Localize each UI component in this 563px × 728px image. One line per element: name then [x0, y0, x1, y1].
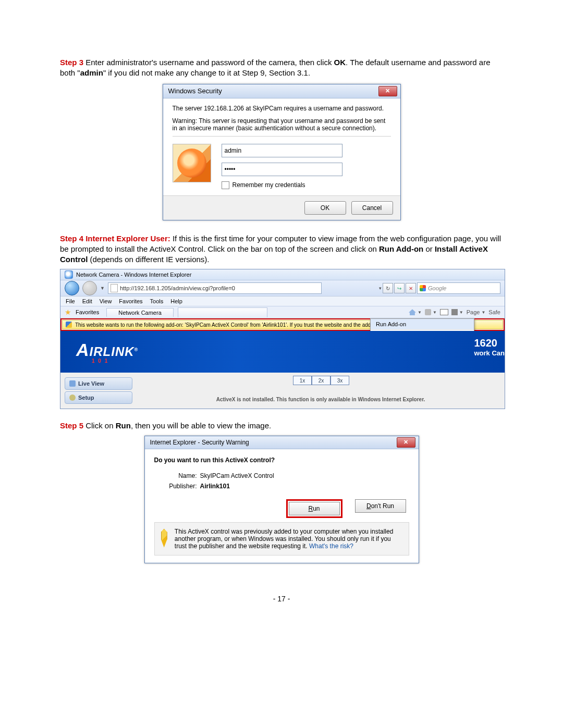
address-bar[interactable]: http://192.168.1.205/admin/view.cgi?prof… — [108, 282, 322, 294]
browser-tab[interactable]: Network Camera — [106, 308, 174, 317]
forward-button[interactable] — [82, 281, 97, 295]
cancel-button[interactable]: Cancel — [351, 201, 393, 215]
ie-icon — [110, 310, 116, 316]
dialog-title: Windows Security — [168, 87, 222, 95]
whats-the-risk-link[interactable]: What's the risk? — [309, 542, 353, 550]
print-icon[interactable] — [451, 309, 458, 315]
dialog-message2: Warning: This server is requesting that … — [173, 117, 391, 132]
back-button[interactable] — [65, 281, 79, 295]
new-tab[interactable] — [178, 307, 267, 317]
google-icon — [420, 285, 426, 291]
command-bar[interactable]: ▼ ▼ ▼ Page▼ Safe — [409, 309, 500, 315]
dont-run-button[interactable]: Don't Run — [355, 499, 406, 513]
home-icon[interactable] — [409, 309, 416, 315]
nav-setup[interactable]: Setup — [65, 391, 132, 404]
brand-banner: AIRLINK® 1 0 1 1620 work Can — [60, 331, 505, 373]
ie-window: Network Camera - Windows Internet Explor… — [60, 269, 505, 409]
page-icon — [111, 284, 118, 292]
airlink-logo: AIRLINK® 1 0 1 — [76, 340, 138, 364]
step4-text: Step 4 Internet Explorer User: If this i… — [60, 233, 503, 265]
username-field[interactable] — [222, 144, 342, 157]
menu-bar[interactable]: FileEditViewFavoritesToolsHelp — [60, 297, 505, 306]
step3-text: Step 3 Enter administrator's username an… — [60, 57, 503, 79]
remember-label: Remember my credentials — [232, 181, 305, 189]
window-title: Network Camera - Windows Internet Explor… — [76, 272, 191, 278]
favorites-icon[interactable]: ★ — [65, 308, 71, 316]
page-number: - 17 - — [60, 595, 503, 603]
dialog-question: Do you want to run this ActiveX control? — [154, 456, 409, 464]
remember-checkbox[interactable] — [222, 181, 229, 189]
monitor-icon — [69, 380, 76, 387]
dialog-message1: The server 192.168.1.206 at SkyIPCam req… — [173, 105, 391, 112]
security-note: This ActiveX control was previously adde… — [175, 528, 402, 550]
password-field[interactable] — [222, 163, 342, 176]
dialog-title: Internet Explorer - Security Warning — [150, 439, 249, 446]
user-avatar — [173, 144, 211, 182]
close-icon[interactable]: ✕ — [378, 86, 397, 96]
activex-message: ActiveX is not installed. This function … — [137, 397, 505, 402]
run-button[interactable]: Run — [289, 502, 340, 515]
step5-text: Step 5 Click on Run, then you will be ab… — [60, 421, 503, 431]
mail-icon[interactable] — [440, 309, 448, 315]
security-warning-dialog: Internet Explorer - Security Warning ✕ D… — [144, 436, 419, 563]
gear-icon — [69, 394, 76, 401]
zoom-controls[interactable]: 1x 2x 3x — [293, 376, 505, 385]
search-box[interactable]: Google — [417, 282, 500, 294]
refresh-icon[interactable]: ↻ — [383, 283, 393, 293]
close-icon[interactable]: ✕ — [397, 437, 415, 448]
shield-icon — [161, 529, 167, 548]
ctx-run-addon[interactable]: Run Add-on — [371, 319, 474, 330]
nav-live-view[interactable]: Live View — [65, 377, 132, 390]
windows-security-dialog: Windows Security ✕ The server 192.168.1.… — [163, 84, 401, 220]
ok-button[interactable]: OK — [304, 201, 346, 215]
shield-icon — [66, 322, 72, 328]
stop-icon[interactable]: ✕ — [406, 283, 416, 293]
go-icon[interactable]: ↪ — [394, 283, 405, 293]
ie-icon — [65, 270, 73, 279]
feeds-icon[interactable] — [425, 309, 431, 315]
